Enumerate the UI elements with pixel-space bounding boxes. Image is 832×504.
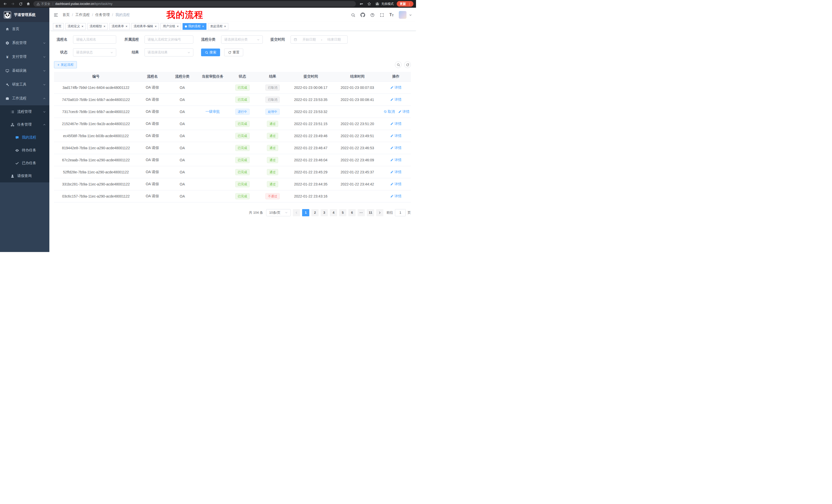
action-label: 详情	[394, 97, 401, 102]
hamburger-icon[interactable]	[53, 12, 58, 18]
sidebar-item-label: 我的流程	[22, 135, 46, 140]
process-name-input[interactable]: 请输入流程名	[73, 35, 116, 44]
logo-avatar	[4, 11, 11, 19]
update-button[interactable]: 更新 ⋮	[397, 1, 413, 7]
detail-action-button[interactable]: 详情	[390, 194, 401, 199]
sidebar-item-task-mgmt[interactable]: 任务管理	[0, 118, 49, 131]
detail-action-button[interactable]: 详情	[390, 97, 401, 102]
page-button-6[interactable]: 6	[348, 209, 356, 216]
tab-首页[interactable]: 首页	[53, 23, 64, 30]
page-button-11[interactable]: 11	[367, 209, 374, 216]
breadcrumb-workflow[interactable]: 工作流程	[75, 12, 90, 17]
header-search-icon[interactable]	[351, 13, 355, 17]
prev-page-button[interactable]	[293, 209, 300, 216]
briefcase-icon	[5, 96, 9, 101]
sidebar-item-todo-tasks[interactable]: 待办任务	[0, 144, 49, 157]
sidebar-item-done-tasks[interactable]: 已办任务	[0, 157, 49, 170]
category-select[interactable]: 请选择流程分类	[221, 35, 263, 44]
cell-result: 不通过	[257, 190, 288, 202]
page-button-3[interactable]: 3	[321, 209, 328, 216]
tab-close-icon[interactable]: ×	[202, 25, 204, 28]
github-icon[interactable]	[361, 12, 365, 17]
detail-action-button[interactable]: 详情	[390, 182, 401, 187]
sidebar-item-system[interactable]: 系统管理	[0, 36, 49, 50]
tab-close-icon[interactable]: ×	[155, 25, 157, 28]
page-button-1[interactable]: 1	[302, 209, 309, 216]
bookmark-star-icon[interactable]	[367, 1, 372, 6]
detail-action-button[interactable]: 详情	[390, 158, 401, 162]
chevron-down-icon	[110, 51, 113, 54]
sidebar-item-process-mgmt[interactable]: 流程管理	[0, 105, 49, 118]
table-row: 03c6c157-7b9a-11ec-a290-acde48001122OA 请…	[54, 190, 411, 202]
sidebar-item-infra[interactable]: 基础设施	[0, 64, 49, 78]
address-bar[interactable]: 不安全 dashboard.yudao.iocoder.cn/bpm/task/…	[33, 1, 356, 7]
refresh-table-button[interactable]	[404, 61, 411, 68]
tab-发起流程[interactable]: 发起流程×	[208, 23, 229, 30]
cell-category: OA	[167, 93, 198, 106]
tab-流程定义[interactable]: 流程定义×	[65, 23, 86, 30]
search-icon	[205, 51, 208, 54]
tab-close-icon[interactable]: ×	[81, 25, 83, 28]
reset-button[interactable]: 重置	[224, 49, 243, 56]
user-avatar[interactable]	[399, 11, 407, 19]
page-button-4[interactable]: 4	[330, 209, 337, 216]
detail-action-button[interactable]: 详情	[390, 134, 401, 138]
browser-home-icon[interactable]	[26, 1, 31, 6]
sidebar-item-my-process[interactable]: 我的流程	[0, 131, 49, 144]
result-tag: 通过	[267, 181, 278, 187]
sidebar-item-leave-query[interactable]: 请假查询	[0, 170, 49, 183]
toggle-search-button[interactable]	[395, 61, 401, 68]
cell-current-task	[198, 166, 227, 178]
reload-icon[interactable]	[18, 1, 23, 6]
tab-close-icon[interactable]: ×	[224, 25, 226, 28]
font-size-icon[interactable]: TT	[389, 13, 394, 17]
tab-close-icon[interactable]: ×	[176, 25, 179, 28]
tab-流程表单-编辑[interactable]: 流程表单-编辑×	[131, 23, 159, 30]
forward-icon[interactable]	[10, 1, 16, 6]
detail-action-button[interactable]: 详情	[390, 170, 401, 174]
detail-action-button[interactable]: 详情	[390, 121, 401, 126]
search-button[interactable]: 搜索	[201, 49, 220, 56]
kebab-menu-icon[interactable]: ⋮	[408, 2, 411, 6]
breadcrumb-home[interactable]: 首页	[62, 12, 70, 17]
sidebar-item-home[interactable]: 首页	[0, 22, 49, 36]
breadcrumb-task-mgmt[interactable]: 任务管理	[95, 12, 110, 17]
result-select[interactable]: 请选择流结果	[145, 48, 193, 57]
fullscreen-icon[interactable]	[380, 13, 384, 17]
avatar-caret-icon[interactable]	[409, 13, 412, 17]
detail-action-button[interactable]: 详情	[390, 146, 401, 150]
help-icon[interactable]	[370, 13, 374, 17]
sidebar-item-payment[interactable]: ¥支付管理	[0, 50, 49, 64]
cancel-action-button[interactable]: 取消	[384, 109, 395, 114]
security-warning[interactable]: 不安全	[36, 2, 50, 6]
tab-close-icon[interactable]: ×	[125, 25, 128, 28]
column-header: 当前审批任务	[198, 72, 227, 81]
result-tag: 通过	[267, 157, 278, 163]
tab-close-icon[interactable]: ×	[103, 25, 106, 28]
tab-流程表单[interactable]: 流程表单×	[109, 23, 130, 30]
tab-流程模型[interactable]: 流程模型×	[87, 23, 108, 30]
detail-action-button[interactable]: 详情	[398, 109, 409, 114]
next-page-button[interactable]	[376, 209, 383, 216]
sidebar-item-workflow[interactable]: 工作流程	[0, 91, 49, 105]
process-id-input[interactable]: 请输入流程定义的编号	[145, 35, 193, 44]
page-button-5[interactable]: 5	[339, 209, 346, 216]
status-tag: 已完成	[235, 193, 250, 199]
submit-time-range[interactable]: 开始日期 - 结束日期	[290, 35, 347, 44]
action-label: 详情	[394, 158, 401, 162]
status-select[interactable]: 请选择状态	[73, 48, 116, 57]
start-process-button[interactable]: + 发起流程	[54, 61, 77, 68]
sidebar-item-devtools[interactable]: 研发工具	[0, 78, 49, 91]
tab-用户分组[interactable]: 用户分组×	[160, 23, 181, 30]
page-button-2[interactable]: 2	[311, 209, 318, 216]
page-size-select[interactable]: 10条/页	[266, 209, 291, 216]
detail-action-button[interactable]: 详情	[390, 85, 401, 90]
app-logo[interactable]: 芋道管理系统	[0, 8, 49, 22]
current-task-link[interactable]: 一级审批	[205, 109, 220, 114]
goto-page-input[interactable]	[395, 209, 406, 216]
back-icon[interactable]	[3, 1, 8, 6]
key-icon[interactable]	[358, 1, 364, 6]
incognito-badge[interactable]: 无痕模式	[375, 2, 394, 6]
tab-我的流程-active[interactable]: 我的流程×	[183, 23, 206, 30]
active-tab-dot	[185, 25, 187, 27]
